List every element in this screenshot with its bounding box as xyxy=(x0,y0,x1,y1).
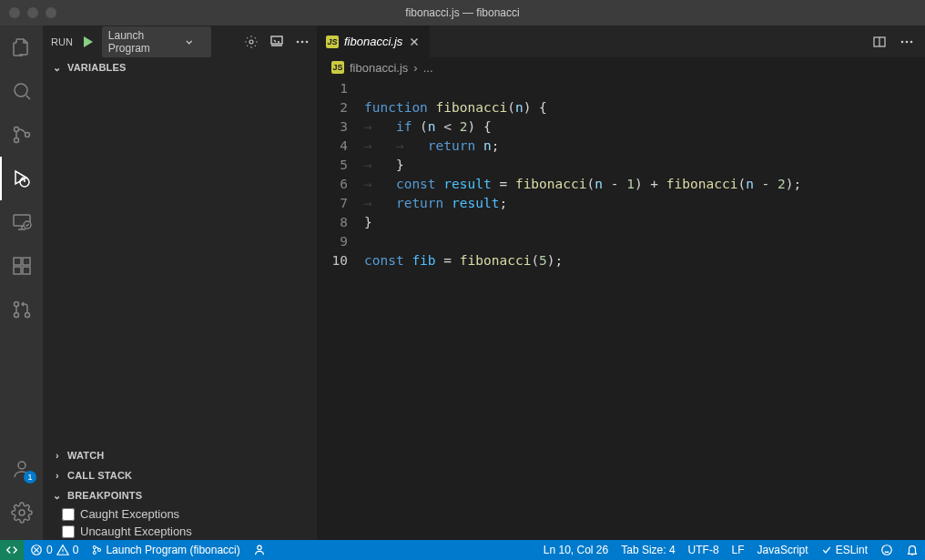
svg-point-0 xyxy=(15,84,27,97)
code-content[interactable]: function fibonacci(n) { → if (n < 2) { →… xyxy=(364,79,925,540)
breakpoint-checkbox[interactable] xyxy=(62,525,75,538)
debug-sidebar: RUN Launch Program ⌄ VARIABLES › WATCH xyxy=(44,25,317,540)
svg-point-30 xyxy=(882,545,892,555)
svg-point-24 xyxy=(910,40,913,43)
status-launch-config-label: Launch Program (fibonacci) xyxy=(106,544,239,556)
svg-point-3 xyxy=(25,133,30,137)
start-debugging-button[interactable] xyxy=(80,35,95,49)
javascript-file-icon: JS xyxy=(331,61,344,74)
run-debug-icon[interactable] xyxy=(0,157,44,200)
svg-point-18 xyxy=(297,40,300,43)
breakpoint-item[interactable]: Caught Exceptions xyxy=(44,505,317,523)
status-encoding[interactable]: UTF-8 xyxy=(682,544,726,556)
tab-fibonaccijs[interactable]: JS fibonacci.js xyxy=(317,25,431,57)
gear-icon[interactable] xyxy=(244,35,259,49)
breakpoint-label: Uncaught Exceptions xyxy=(80,524,192,538)
breadcrumb-file: fibonacci.js xyxy=(350,61,408,75)
launch-config-label: Launch Program xyxy=(108,29,185,55)
pull-requests-icon[interactable] xyxy=(0,288,44,331)
error-count: 0 xyxy=(46,544,53,556)
launch-config-select[interactable]: Launch Program xyxy=(102,26,211,57)
svg-point-26 xyxy=(94,546,97,549)
svg-point-29 xyxy=(258,545,261,549)
status-live-share[interactable] xyxy=(247,540,272,560)
section-variables-label: VARIABLES xyxy=(67,62,127,73)
line-number-gutter: 12345678910 xyxy=(317,79,364,540)
breakpoint-label: Caught Exceptions xyxy=(80,507,179,521)
remote-indicator[interactable] xyxy=(0,540,24,560)
svg-point-1 xyxy=(15,127,19,132)
chevron-right-icon: › xyxy=(51,470,64,481)
svg-point-12 xyxy=(15,313,19,318)
editor-area: JS fibonacci.js JS fibonacci.js › ... 12… xyxy=(317,25,925,540)
source-control-icon[interactable] xyxy=(0,113,44,157)
close-window-button[interactable] xyxy=(9,7,20,18)
section-callstack[interactable]: › CALL STACK xyxy=(44,465,317,485)
svg-point-22 xyxy=(901,40,904,43)
status-bar: 0 0 Launch Program (fibonacci) Ln 10, Co… xyxy=(0,540,925,560)
minimize-window-button[interactable] xyxy=(27,7,38,18)
section-breakpoints[interactable]: ⌄ BREAKPOINTS xyxy=(44,485,317,505)
svg-point-16 xyxy=(249,40,253,44)
status-launch-config[interactable]: Launch Program (fibonacci) xyxy=(85,540,246,560)
breadcrumb-more: ... xyxy=(423,61,433,75)
chevron-right-icon: › xyxy=(51,450,64,461)
section-variables[interactable]: ⌄ VARIABLES xyxy=(44,57,317,77)
status-language[interactable]: JavaScript xyxy=(751,544,815,556)
remote-explorer-icon[interactable] xyxy=(0,200,44,244)
status-cursor-position[interactable]: Ln 10, Col 26 xyxy=(537,544,615,556)
svg-point-20 xyxy=(306,40,309,43)
svg-point-23 xyxy=(906,40,909,43)
section-callstack-label: CALL STACK xyxy=(67,470,132,481)
section-breakpoints-label: BREAKPOINTS xyxy=(67,490,142,501)
debug-header: RUN Launch Program xyxy=(44,25,317,57)
svg-rect-17 xyxy=(271,36,282,44)
run-label: RUN xyxy=(51,36,73,47)
section-watch[interactable]: › WATCH xyxy=(44,445,317,465)
split-editor-icon[interactable] xyxy=(872,35,887,49)
svg-rect-9 xyxy=(23,267,30,274)
maximize-window-button[interactable] xyxy=(46,7,56,18)
breadcrumb[interactable]: JS fibonacci.js › ... xyxy=(317,57,925,77)
extensions-icon[interactable] xyxy=(0,244,44,288)
more-icon[interactable] xyxy=(295,35,310,49)
breakpoint-item[interactable]: Uncaught Exceptions xyxy=(44,523,317,540)
account-badge: 1 xyxy=(24,471,36,484)
account-icon[interactable]: 1 xyxy=(0,447,44,491)
status-eol[interactable]: LF xyxy=(726,544,751,556)
variables-body xyxy=(44,77,317,445)
status-indentation[interactable]: Tab Size: 4 xyxy=(615,544,681,556)
svg-rect-8 xyxy=(14,267,21,274)
tab-row: JS fibonacci.js xyxy=(317,25,925,57)
activity-bar: 1 xyxy=(0,25,44,540)
search-icon[interactable] xyxy=(0,69,44,113)
section-watch-label: WATCH xyxy=(67,450,105,461)
close-tab-icon[interactable] xyxy=(408,36,421,48)
svg-rect-10 xyxy=(23,258,30,265)
code-editor[interactable]: 12345678910 function fibonacci(n) { → if… xyxy=(317,77,925,540)
javascript-file-icon: JS xyxy=(326,36,339,48)
svg-point-11 xyxy=(15,302,19,307)
status-feedback-icon[interactable] xyxy=(874,544,900,556)
chevron-down-icon: ⌄ xyxy=(51,62,64,74)
problems-indicator[interactable]: 0 0 xyxy=(24,540,85,560)
traffic-lights xyxy=(9,7,56,18)
warning-count: 0 xyxy=(73,544,79,556)
svg-rect-7 xyxy=(14,258,21,265)
tab-label: fibonacci.js xyxy=(344,35,402,48)
settings-gear-icon[interactable] xyxy=(0,491,44,535)
svg-point-15 xyxy=(19,510,25,515)
svg-point-2 xyxy=(15,138,19,143)
window-title: fibonacci.js — fibonacci xyxy=(405,6,519,19)
status-notifications-icon[interactable] xyxy=(900,544,925,556)
svg-point-19 xyxy=(301,40,304,43)
explorer-icon[interactable] xyxy=(0,25,44,69)
svg-point-13 xyxy=(25,313,30,318)
breakpoint-checkbox[interactable] xyxy=(62,508,75,521)
chevron-down-icon xyxy=(185,37,194,46)
title-bar: fibonacci.js — fibonacci xyxy=(0,0,925,25)
status-eslint[interactable]: ESLint xyxy=(815,544,874,556)
more-actions-icon[interactable] xyxy=(900,35,914,49)
svg-point-27 xyxy=(94,552,97,555)
debug-console-icon[interactable] xyxy=(269,35,284,49)
